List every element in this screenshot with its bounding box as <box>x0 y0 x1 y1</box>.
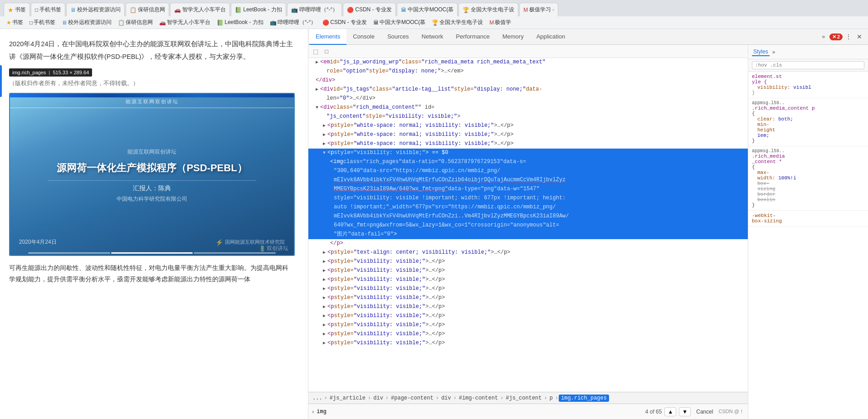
tab-baoyanjiu[interactable]: 📋 保研信息网 <box>126 3 169 16</box>
devtools-tab-application[interactable]: Application <box>530 29 572 45</box>
tab-csdn[interactable]: 🔴 CSDN - 专业发 <box>343 3 396 16</box>
dom-line[interactable]: len="0">…</div> <box>308 94 748 103</box>
bookmark-10[interactable]: 🏆 全国大学生电子设 <box>429 18 486 27</box>
devtools-tab-sources[interactable]: Sources <box>381 29 415 45</box>
page-info: 4 of 65 <box>645 409 662 415</box>
dom-line[interactable]: ▶ <em id="js_ip_wording_wrp" class="rich… <box>308 58 748 67</box>
dom-line-img-8[interactable]: 640?wx_fmt=png&wxfrom=5&wx_lazy=1&wx_co=… <box>308 221 748 230</box>
dom-line-selected[interactable]: ▼ <p style="visibility: visible;" > == $… <box>308 149 748 158</box>
devtools-settings-btn[interactable]: ⋮ <box>844 32 853 42</box>
bookmark-9[interactable]: 🏛 中国大学MOOC(慕 <box>371 18 428 27</box>
bookmark-7[interactable]: 📺 哔哩哔哩（°-°） <box>267 18 319 27</box>
nav-down-btn[interactable]: ▼ <box>679 407 691 416</box>
left-accent-bar <box>0 65 2 97</box>
breadcrumb-dots[interactable]: ... <box>311 395 324 402</box>
dom-line[interactable]: ▶ <p style="visibility: visible;" >…</p> <box>308 257 748 266</box>
article-area: 2020年4月24日，在中国电科院双创中心主办的能源互联网双创讲坛上，中国电科院… <box>0 29 308 419</box>
devtools-tabbar: Elements Console Sources Network Perform… <box>308 29 868 45</box>
dom-line-img-5[interactable]: style="visibility: visible !important; w… <box>308 194 748 203</box>
cancel-button[interactable]: Cancel <box>693 408 716 416</box>
image-main-title: 源网荷一体化生产模拟程序（PSD-PEBL） <box>48 161 256 175</box>
dom-line[interactable]: ▶ <p style="visibility: visible;" >…</p> <box>308 303 748 312</box>
style-rule-element: element.st yle { visibility: visibl } <box>748 72 868 98</box>
styles-filter-row <box>748 59 868 72</box>
image-reporter: 汇报人：陈典 <box>48 180 256 193</box>
tab-remote[interactable]: 🖥 校外远程资源访问 <box>66 3 125 16</box>
bookmark-8[interactable]: 🔴 CSDN - 专业发 <box>320 18 370 27</box>
devtools-tab-performance[interactable]: Performance <box>449 29 496 45</box>
dom-line[interactable]: ▼ <div class="rich_media_content" " id= <box>308 103 748 112</box>
breadcrumb-img-rich-pages[interactable]: img.rich_pages <box>559 395 609 402</box>
tab-leetcode[interactable]: 📗 LeetBook - 力扣 <box>231 3 286 16</box>
dom-tree: ▶ <em id="js_ip_wording_wrp" class="rich… <box>308 58 748 392</box>
bookmark-3[interactable]: 🖥 校外远程资源访问 <box>59 18 114 27</box>
styles-tab-more[interactable]: » <box>772 49 775 55</box>
breadcrumb-js-article[interactable]: #js_article <box>328 395 367 402</box>
devtools-more-btn[interactable]: » <box>819 32 829 42</box>
breadcrumb-js-content[interactable]: #js_content <box>504 395 543 402</box>
dom-line-img-4[interactable]: MMEGYBpcsK23iaI89Aw/640?wx_fmt=png" data… <box>308 185 748 194</box>
devtools-tab-memory[interactable]: Memory <box>496 29 530 45</box>
article-bottom-text: 可再生能源出力的间歇性、波动性和随机性特征，对电力电量平衡方法产生重大影响。为提… <box>9 262 294 285</box>
styles-header: Styles » <box>748 45 868 59</box>
dom-line-img-2[interactable]: "300,640" data-src="https://mmbiz.qpic.c… <box>308 167 748 176</box>
dom-line[interactable]: ▶ <p style="white-space: normal; visibil… <box>308 140 748 149</box>
dom-line[interactable]: ▶ <p style="visibility: visible;" >…</p> <box>308 312 748 321</box>
devtools-panel: Elements Console Sources Network Perform… <box>308 29 868 419</box>
image-company: 中国电力科学研究院有限公司 <box>48 195 256 203</box>
bookmark-5[interactable]: 🚗 智学无人小车平台 <box>156 18 213 27</box>
styles-tab-active[interactable]: Styles <box>752 48 770 56</box>
bookmark-4[interactable]: 📋 保研信息网 <box>115 18 156 27</box>
cursor-tool-btn[interactable]: ⬚ <box>311 47 320 56</box>
breadcrumb-div-2[interactable]: div <box>439 395 453 402</box>
tab-mooc[interactable]: 🏛 中国大学MOOC(慕 <box>397 3 458 16</box>
bookmark-11[interactable]: M 极值学 <box>487 18 514 27</box>
tab-bilibili[interactable]: 📺 哔哩哔哩（°-°） <box>287 3 342 16</box>
dom-line[interactable]: ▶ <p style="visibility: visible;" >…</p> <box>308 275 748 284</box>
bookmark-1[interactable]: ★ 书签 <box>4 18 26 27</box>
breadcrumb-img-content[interactable]: #img-content <box>457 395 500 402</box>
dom-line[interactable]: ▶ <div id="js_tags" class="article-tag__… <box>308 85 748 94</box>
tab-mobile[interactable]: □ 手机书签 <box>31 3 65 16</box>
dom-line-img-3[interactable]: mEIvvk8AVbb4ibkYxFV4hwUhVqMtErfuCOnZzib6… <box>308 176 748 185</box>
tab-bookmarks[interactable]: ★ 书签 <box>4 3 30 16</box>
dom-line[interactable]: ▶ <p style="visibility: visible;" >…</p> <box>308 284 748 294</box>
devtools-tab-network[interactable]: Network <box>415 29 450 45</box>
dom-line[interactable]: ▶ <p style="visibility: visible;" >…</p> <box>308 339 748 348</box>
tab-car[interactable]: 🚗 智学无人小车平台 <box>170 3 230 16</box>
dom-line[interactable]: </p> <box>308 239 748 248</box>
tab-contest[interactable]: 🏆 全国大学生电子设 <box>458 3 518 16</box>
breadcrumb-p[interactable]: p <box>548 395 555 402</box>
devtools-tab-console[interactable]: Console <box>346 29 381 45</box>
dom-line-img[interactable]: <img class="rich_pages" data-ratio="0.56… <box>308 158 748 167</box>
dom-line[interactable]: ▶ <p style="visibility: visible;" >…</p> <box>308 321 748 330</box>
dom-line[interactable]: ▶ <p style="visibility: visible;" >…</p> <box>308 330 748 339</box>
box-select-btn[interactable]: □ <box>322 47 331 56</box>
dom-line-img-7[interactable]: mEIvvk8AVbb4ibkYxFV4hwUhVqMtErfuCOnZzi..… <box>308 212 748 221</box>
style-rule-2: appmsg.l59.. .rich_media_content p { cle… <box>748 98 868 146</box>
dom-line[interactable]: ▶ <p style="white-space: normal; visibil… <box>308 121 748 130</box>
dom-line[interactable]: </div> <box>308 76 748 85</box>
tab-extreme[interactable]: M 极值学习 › <box>519 3 558 16</box>
devtools-tab-elements[interactable]: Elements <box>309 29 346 45</box>
dom-line[interactable]: role="option" style="display: none;" >…<… <box>308 67 748 76</box>
article-note: （版权归作者所有，未经作者同意，不得转载。） <box>9 79 294 87</box>
nav-up-btn[interactable]: ▲ <box>664 407 676 416</box>
breadcrumb-bar: ... › #js_article › div › #page-content … <box>308 392 748 404</box>
dom-line[interactable]: ▶ <p style="white-space: normal; visibil… <box>308 130 748 140</box>
dom-line[interactable]: "js_content" style="visibility: visible;… <box>308 112 748 121</box>
styles-rules: element.st yle { visibility: visibl } ap… <box>748 72 868 419</box>
styles-filter-input[interactable] <box>752 61 864 69</box>
dom-line-img-9[interactable]: "图片" data-fail="0" > <box>308 230 748 239</box>
console-input[interactable] <box>317 409 642 415</box>
dom-line-img-6[interactable]: auto !important;" _width="677px" src="ht… <box>308 203 748 212</box>
dom-line[interactable]: ▶ <p style="text-align: center; visibili… <box>308 248 748 257</box>
article-title: 2020年4月24日，在中国电科院双创中心主办的能源互联网双创讲坛上，中国电科院… <box>9 38 294 63</box>
breadcrumb-div-1[interactable]: div <box>371 395 385 402</box>
devtools-close-btn[interactable]: ✕ <box>854 32 864 42</box>
dom-line[interactable]: ▶ <p style="visibility: visible;" >…</p> <box>308 294 748 303</box>
breadcrumb-page-content[interactable]: #page-content <box>389 395 435 402</box>
bookmark-2[interactable]: □ 手机书签 <box>27 18 58 27</box>
bookmark-6[interactable]: 📗 LeetBook - 力扣 <box>214 18 266 27</box>
dom-line[interactable]: ▶ <p style="visibility: visible;" >…</p> <box>308 266 748 275</box>
